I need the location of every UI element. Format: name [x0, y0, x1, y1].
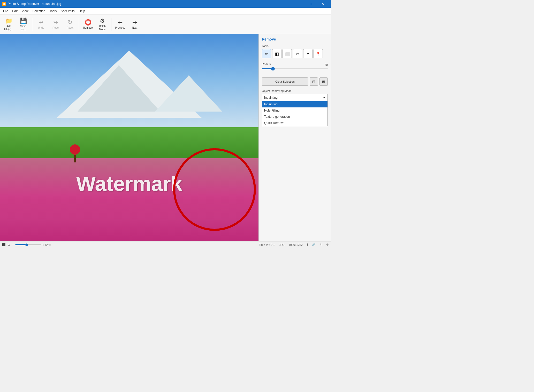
panel-title: Remove	[262, 37, 328, 41]
clear-btn-row: Clear Selection ⊡ ⊞	[262, 77, 328, 86]
status-left: ⬛ ⊡ − + 54%	[2, 243, 51, 247]
save-as-label: Saveas...	[20, 25, 26, 31]
menu-file[interactable]: File	[1, 9, 10, 14]
add-files-button[interactable]: 📁 AddFile(s)...	[2, 16, 16, 33]
add-files-icon: 📁	[5, 18, 12, 24]
next-label: Next	[132, 26, 138, 29]
slider-thumb[interactable]	[271, 67, 275, 70]
dropdown-option-texture-gen[interactable]: Texture generation	[262, 114, 327, 120]
redo-icon: ↪	[53, 19, 58, 26]
tool-eraser[interactable]: ◧	[272, 49, 281, 58]
crop-icon: ⊡	[8, 243, 10, 246]
mode-dropdown[interactable]: Inpainting ▼ Inpainting Hole Filling Tex…	[262, 94, 328, 101]
next-button[interactable]: ➡ Next	[128, 16, 141, 33]
remove-icon: ⭕	[85, 19, 91, 26]
undo-button[interactable]: ↩ Undo	[34, 16, 48, 33]
dropdown-list: Inpainting Hole Filling Texture generati…	[262, 101, 328, 126]
status-right: Time (s): 0.1 JPG 1920x1252 ℹ 🔗 ⬇ ⚙	[259, 243, 329, 246]
batch-mode-icon: ⚙	[100, 18, 105, 24]
radius-value: 50	[325, 63, 328, 66]
redo-button[interactable]: ↪ Redo	[49, 16, 62, 33]
dropdown-selected[interactable]: Inpainting ▼	[262, 94, 328, 101]
zoom-out-button[interactable]: −	[12, 243, 14, 247]
menu-help[interactable]: Help	[77, 9, 87, 14]
flower-field	[0, 158, 258, 241]
save-selection-button[interactable]: ⊡	[310, 77, 318, 86]
right-panel: Remove Tools ✏ ◧ ⬜ ✂ ✦ 📍 Radius 50 Clear…	[258, 34, 331, 241]
tree-top	[70, 144, 80, 155]
remove-button[interactable]: ⭕ Remove	[81, 16, 95, 33]
redo-label: Redo	[52, 26, 59, 29]
dropdown-selected-text: Inpainting	[264, 96, 278, 99]
previous-label: Previous	[115, 26, 125, 29]
menu-selection[interactable]: Selection	[30, 9, 47, 14]
tool-brush[interactable]: ✏	[262, 49, 271, 58]
zoom-thumb[interactable]	[25, 244, 28, 246]
toolbar: 📁 AddFile(s)... 💾 Saveas... ↩ Undo ↪ Red…	[0, 14, 331, 34]
watermark-text: Watermark	[76, 172, 182, 196]
refresh-icon: ↻	[68, 19, 72, 26]
add-files-label: AddFile(s)...	[4, 25, 13, 31]
previous-button[interactable]: ⬅ Previous	[113, 16, 127, 33]
undo-label: Undo	[38, 26, 44, 29]
remove-label: Remove	[83, 26, 93, 29]
menu-bar: File Edit View Selection Tools SoftOrbit…	[0, 8, 331, 14]
tool-pin[interactable]: 📍	[314, 49, 323, 58]
menu-softorbits[interactable]: SoftOrbits	[59, 9, 77, 14]
separator-1	[32, 18, 32, 31]
undo-icon: ↩	[39, 19, 43, 26]
menu-view[interactable]: View	[20, 9, 30, 14]
status-bar: ⬛ ⊡ − + 54% Time (s): 0.1 JPG 1920x1252 …	[0, 241, 331, 248]
zoom-fill	[15, 244, 26, 245]
info-icon: ℹ	[307, 243, 308, 246]
save-as-button[interactable]: 💾 Saveas...	[17, 16, 30, 33]
landscape: Watermark	[0, 34, 258, 241]
time-status: Time (s): 0.1	[259, 243, 275, 246]
radius-label: Radius	[262, 62, 271, 66]
main-layout: Watermark Remove Tools ✏ ◧ ⬜ ✂ ✦ 📍 Radiu…	[0, 34, 331, 241]
mountain-snow-left	[78, 65, 160, 112]
tool-lasso[interactable]: ✂	[293, 49, 302, 58]
tool-rect[interactable]: ⬜	[283, 49, 292, 58]
tree-trunk	[74, 155, 76, 162]
settings-icon[interactable]: ⚙	[326, 243, 329, 246]
share-icon[interactable]: 🔗	[312, 243, 316, 246]
batch-mode-button[interactable]: ⚙ BatchMode	[96, 16, 109, 33]
dropdown-option-inpainting[interactable]: Inpainting	[262, 101, 327, 107]
clear-selection-button[interactable]: Clear Selection	[262, 77, 308, 86]
tool-magic[interactable]: ✦	[303, 49, 312, 58]
dropdown-option-hole-filling[interactable]: Hole Filling	[262, 107, 327, 114]
select-all-icon: ⬛	[2, 243, 6, 246]
zoom-controls: − + 54%	[12, 243, 51, 247]
canvas-area[interactable]: Watermark	[0, 34, 258, 241]
radius-row: Radius 50	[262, 62, 328, 67]
radius-slider[interactable]	[262, 68, 328, 69]
tools-label: Tools	[262, 44, 328, 48]
zoom-slider[interactable]	[15, 244, 41, 245]
app-title: Photo Stamp Remover - mountains.jpg	[8, 2, 61, 6]
separator-3	[111, 18, 111, 31]
refresh-button[interactable]: ↻ Reset	[63, 16, 77, 33]
zoom-in-button[interactable]: +	[42, 243, 44, 247]
title-bar: 🖼 Photo Stamp Remover - mountains.jpg ─ …	[0, 0, 331, 8]
red-tree	[70, 147, 80, 162]
close-button[interactable]: ✕	[317, 0, 329, 8]
dropdown-option-quick-remove[interactable]: Quick Remove	[262, 120, 327, 126]
menu-edit[interactable]: Edit	[10, 9, 20, 14]
slider-fill	[262, 68, 272, 69]
title-bar-left: 🖼 Photo Stamp Remover - mountains.jpg	[2, 2, 61, 6]
save-as-icon: 💾	[20, 18, 27, 24]
mountain-snow-right	[155, 75, 222, 112]
download-icon[interactable]: ⬇	[320, 243, 322, 246]
minimize-button[interactable]: ─	[293, 0, 305, 8]
maximize-button[interactable]: □	[305, 0, 317, 8]
mode-label: Object Removing Mode	[262, 89, 328, 92]
separator-2	[79, 18, 79, 31]
menu-tools[interactable]: Tools	[47, 9, 59, 14]
dimensions-status: 1920x1252	[289, 243, 303, 246]
load-selection-button[interactable]: ⊞	[319, 77, 328, 86]
format-status: JPG	[279, 243, 284, 246]
tools-row: ✏ ◧ ⬜ ✂ ✦ 📍	[262, 49, 328, 58]
slider-track	[262, 68, 328, 69]
app-icon: 🖼	[2, 2, 6, 6]
